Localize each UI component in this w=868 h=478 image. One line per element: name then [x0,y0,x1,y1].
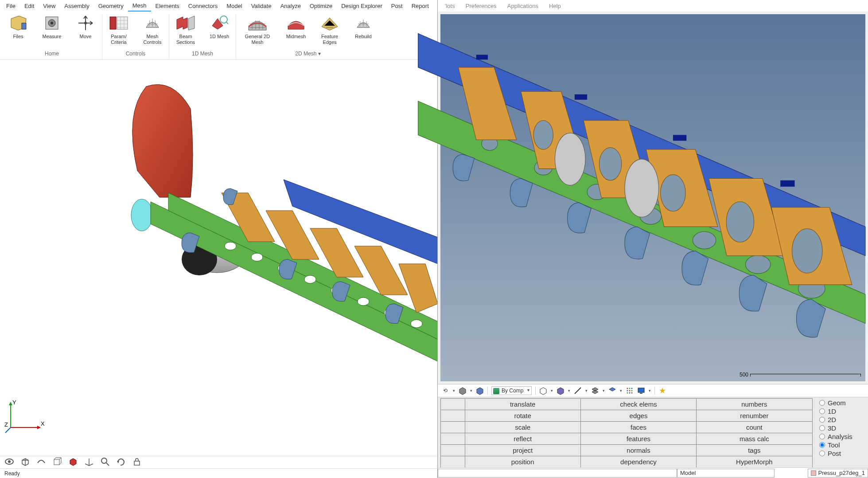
mesh1d-label: 1D Mesh [210,34,229,46]
panel-check-elems[interactable]: check elems [580,398,697,410]
cube-iso-icon[interactable] [20,457,30,468]
menu-geometry[interactable]: Geometry [94,1,128,11]
panel-mass-calc[interactable]: mass calc [696,433,812,445]
svg-rect-60 [640,393,642,394]
panel-numbers[interactable]: numbers [696,398,812,410]
color-by-combo[interactable]: By Comp [491,386,532,395]
move-label: Move [80,34,92,46]
menu-preferences[interactable]: Preferences [460,1,502,11]
panel-hypermorph[interactable]: HyperMorph [696,456,812,468]
svg-marker-21 [37,426,41,429]
blank [440,410,465,422]
rotate-icon[interactable] [116,457,126,468]
panel-normals[interactable]: normals [580,444,697,456]
lock-icon[interactable] [132,457,142,468]
panel-dependency[interactable]: dependency [580,456,697,468]
meshctrl-icon [144,14,161,32]
layers-icon[interactable] [591,387,599,395]
menu-optimize[interactable]: Optimize [305,1,337,11]
zoom-icon[interactable] [100,457,110,468]
rebuild-button[interactable]: Rebuild [350,14,376,46]
menu-plots[interactable]: 'lots [440,1,460,11]
general2d-button[interactable]: General 2D Mesh [240,14,275,46]
rebuild-icon [354,14,372,32]
menu-post[interactable]: Post [387,1,407,11]
page-geom[interactable]: Geom [819,399,864,407]
menu-model[interactable]: Model [222,1,246,11]
current-collector[interactable]: Model [677,469,775,478]
panel-scale[interactable]: scale [465,421,581,433]
axes-icon[interactable] [84,457,94,468]
menu-connectors[interactable]: Connectors [184,1,222,11]
hidden-line-icon[interactable] [459,387,467,395]
wire-icon[interactable] [539,387,547,395]
page-1d[interactable]: 1D [819,407,864,415]
panel-tags[interactable]: tags [696,444,812,456]
param-criteria-button[interactable]: Param/ Criteria [106,14,132,46]
viewport-right[interactable]: 500 [440,14,865,381]
menu-applications[interactable]: Applications [502,1,544,11]
svg-point-10 [225,242,236,250]
menu-mesh[interactable]: Mesh [128,0,151,12]
wire-cube-icon[interactable] [52,457,62,468]
show-all-icon[interactable] [4,457,14,468]
menu-help[interactable]: Help [544,1,566,11]
solid-cube-icon[interactable] [68,457,78,468]
page-tool[interactable]: Tool [819,441,864,449]
menu-assembly[interactable]: Assembly [60,1,93,11]
measure-icon [43,14,61,32]
menu-view[interactable]: View [39,1,60,11]
mesh1d-button[interactable]: 1D Mesh [206,14,232,46]
move-button[interactable]: Move [73,14,98,46]
current-component[interactable]: Pressu_p27deg_1 [808,469,868,478]
monitor-icon[interactable] [637,387,645,395]
menu-design-explorer[interactable]: Design Explorer [337,1,387,11]
menu-analyze[interactable]: Analyze [276,1,305,11]
lasso-icon[interactable]: ⟲ [441,387,449,395]
view-toolbar [0,456,437,468]
svg-rect-49 [780,180,794,187]
menu-edit[interactable]: Edit [20,1,39,11]
panel-edges[interactable]: edges [580,410,697,422]
layer-color-icon[interactable] [608,387,616,395]
midmesh-label: Midmesh [286,34,306,46]
mesh-controls-button[interactable]: Mesh Controls [140,14,165,46]
page-post[interactable]: Post [819,450,864,457]
line-icon[interactable] [574,387,582,395]
page-analysis[interactable]: Analysis [819,433,864,440]
panel-translate[interactable]: translate [465,398,581,410]
panel-position[interactable]: position [465,456,581,468]
menu-report[interactable]: Report [407,1,433,11]
shaded-icon[interactable] [476,387,484,395]
ribbon-title-1d: 1D Mesh [192,51,213,57]
menu-validate[interactable]: Validate [247,1,276,11]
panel-reflect[interactable]: reflect [465,433,581,445]
panel-area: translate check elems numbers rotate edg… [438,397,868,467]
blank [440,398,465,410]
page-3d[interactable]: 3D [819,424,864,432]
beam-sections-button[interactable]: Beam Sections [173,14,199,46]
hide-icon[interactable] [36,457,46,468]
feature-edges-button[interactable]: Feature Edges [317,14,343,46]
panel-count[interactable]: count [696,421,812,433]
viewport-left[interactable]: Y X Z [0,60,437,456]
grid-dots-icon[interactable] [626,387,634,395]
files-button[interactable]: Files [5,14,31,46]
panel-rotate[interactable]: rotate [465,410,581,422]
ribbon-group-1d: Beam Sections 1D Mesh 1D Mesh [169,14,236,59]
panel-features[interactable]: features [580,433,697,445]
panel-project[interactable]: project [465,444,581,456]
panel-faces[interactable]: faces [580,421,697,433]
panel-renumber[interactable]: renumber [696,410,812,422]
favorite-icon[interactable]: ★ [658,387,666,395]
svg-point-36 [693,231,716,249]
midmesh-button[interactable]: Midmesh [283,14,309,46]
svg-rect-47 [575,94,587,100]
panel-grid: translate check elems numbers rotate edg… [438,397,815,467]
svg-point-44 [555,133,585,185]
trans-icon[interactable] [557,387,564,395]
page-2d[interactable]: 2D [819,416,864,423]
menu-elements[interactable]: Elements [151,1,184,11]
menu-file[interactable]: File [2,1,20,11]
measure-button[interactable]: Measure [39,14,65,46]
